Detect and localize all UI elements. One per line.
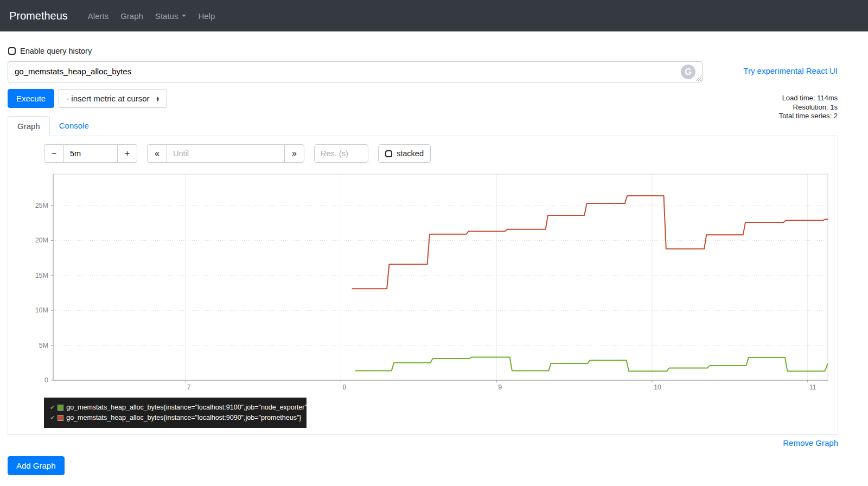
tab-bar: Graph Console — [8, 116, 838, 136]
legend-item-node-exporter[interactable]: ✔ go_memstats_heap_alloc_bytes{instance=… — [50, 402, 301, 413]
range-input[interactable] — [63, 144, 118, 163]
legend-item-prometheus[interactable]: ✔ go_memstats_heap_alloc_bytes{instance=… — [50, 413, 301, 423]
svg-text:10: 10 — [654, 383, 661, 391]
navbar: Prometheus Alerts Graph Status Help — [0, 0, 868, 31]
svg-text:20M: 20M — [35, 236, 48, 244]
expression-input[interactable]: go_memstats_heap_alloc_bytes — [8, 61, 703, 82]
grammarly-icon[interactable]: G — [681, 65, 695, 79]
chart-area[interactable]: 05M10M15M20M25M7891011 — [16, 170, 838, 394]
svg-text:25M: 25M — [35, 202, 48, 209]
series-color-swatch-red — [58, 415, 63, 421]
add-graph-button[interactable]: Add Graph — [8, 456, 65, 475]
svg-text:10M: 10M — [35, 306, 48, 314]
until-input[interactable] — [167, 144, 285, 163]
nav-item-status[interactable]: Status — [149, 11, 193, 21]
svg-text:7: 7 — [187, 383, 191, 391]
select-updown-icon: ▲▼ — [156, 96, 159, 101]
query-history-label: Enable query history — [20, 47, 92, 55]
expression-input-wrap: go_memstats_heap_alloc_bytes G — [8, 61, 703, 82]
range-increase-button[interactable]: + — [117, 144, 137, 163]
tab-graph[interactable]: Graph — [8, 116, 50, 136]
nav-item-help[interactable]: Help — [192, 11, 221, 21]
resolution-input[interactable] — [314, 144, 368, 163]
brand-prometheus[interactable]: Prometheus — [9, 10, 68, 22]
nav-item-alerts[interactable]: Alerts — [82, 11, 114, 21]
chevron-down-icon — [182, 15, 186, 17]
range-decrease-button[interactable]: − — [44, 144, 64, 163]
graph-panel: − + « » stacked 05M10M15M20M25M7891011 ✔ — [8, 136, 838, 435]
query-history-checkbox[interactable] — [8, 47, 16, 55]
legend-label: go_memstats_heap_alloc_bytes{instance="l… — [66, 413, 301, 423]
resolution: Resolution: 1s — [779, 103, 838, 112]
nav-item-graph[interactable]: Graph — [114, 11, 149, 21]
svg-text:5M: 5M — [39, 342, 48, 349]
query-history-row: Enable query history — [8, 47, 838, 55]
main-content: Try experimental React UI Enable query h… — [0, 31, 868, 483]
svg-text:9: 9 — [498, 383, 502, 391]
until-input-group: « » — [147, 144, 304, 163]
series-color-swatch-green — [58, 405, 63, 411]
legend-label: go_memstats_heap_alloc_bytes{instance="l… — [66, 402, 309, 413]
graph-controls: − + « » stacked — [44, 144, 838, 163]
graph-svg[interactable]: 05M10M15M20M25M7891011 — [16, 170, 832, 394]
svg-text:15M: 15M — [35, 272, 48, 279]
load-time: Load time: 114ms — [779, 94, 838, 103]
total-time-series: Total time series: 2 — [779, 112, 838, 121]
check-icon: ✔ — [50, 402, 55, 413]
add-graph-row: Add Graph — [8, 456, 838, 475]
react-ui-link[interactable]: Try experimental React UI — [743, 66, 838, 75]
execute-button[interactable]: Execute — [8, 89, 54, 108]
check-icon: ✔ — [50, 413, 55, 423]
range-input-group: − + — [44, 144, 137, 163]
stacked-toggle[interactable]: stacked — [378, 144, 431, 163]
stacked-checkbox[interactable] — [385, 150, 392, 157]
remove-graph-row: Remove Graph — [8, 438, 838, 448]
insert-metric-select[interactable]: - insert metric at cursor ▲▼ — [59, 89, 167, 108]
time-forward-button[interactable]: » — [284, 144, 304, 163]
legend-box: ✔ go_memstats_heap_alloc_bytes{instance=… — [44, 398, 307, 428]
svg-text:8: 8 — [342, 383, 346, 391]
tab-console[interactable]: Console — [50, 116, 98, 136]
remove-graph-link[interactable]: Remove Graph — [783, 438, 838, 447]
time-back-button[interactable]: « — [147, 144, 167, 163]
svg-text:11: 11 — [809, 383, 816, 391]
svg-text:0: 0 — [44, 376, 48, 384]
execute-row: Execute - insert metric at cursor ▲▼ — [8, 89, 838, 108]
query-stats: Load time: 114ms Resolution: 1s Total ti… — [779, 94, 838, 121]
